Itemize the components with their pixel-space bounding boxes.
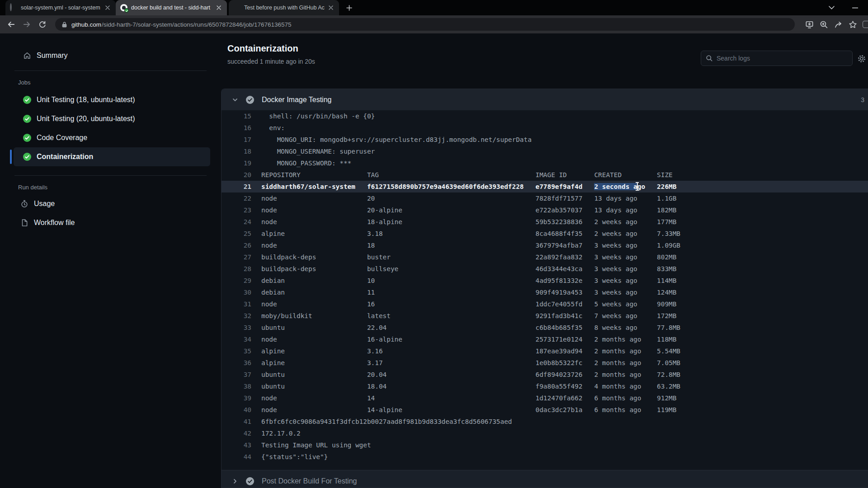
browser-tab-3[interactable]: Test before push with GitHub Ac — [229, 0, 339, 15]
log-line[interactable]: 21siddharth67/solar-system f6127158d890b… — [222, 181, 868, 192]
page-title: Containerization — [227, 43, 298, 54]
log-line[interactable]: 37ubuntu 20.04 6df894023726 2 months ago… — [222, 369, 868, 380]
close-tab-icon[interactable] — [215, 4, 222, 11]
log-line-number[interactable]: 22 — [231, 192, 251, 204]
log-line[interactable]: 35alpine 3.16 187eae39ad94 2 months ago … — [222, 345, 868, 357]
chevron-right-icon — [232, 478, 238, 484]
log-line-text: alpine 3.17 1e0b8b5322fc 2 months ago 7.… — [261, 359, 680, 366]
close-tab-icon[interactable] — [104, 4, 111, 11]
search-logs-box[interactable] — [701, 51, 853, 66]
log-line[interactable]: 30debian 11 909f4919a453 3 weeks ago 124… — [222, 286, 868, 298]
log-line[interactable]: 27buildpack-deps buster 22a892faa832 3 w… — [222, 251, 868, 263]
log-line-number[interactable]: 15 — [231, 110, 251, 122]
search-logs-input[interactable] — [717, 55, 848, 62]
log-line[interactable]: 38ubuntu 18.04 f9a80a55f492 4 months ago… — [222, 380, 868, 392]
log-line[interactable]: 17 MONGO_URI: mongodb+srv://supercluster… — [222, 134, 868, 145]
browser-tab-2-active[interactable]: docker build and test - sidd-hart — [116, 0, 227, 15]
log-line-number[interactable]: 16 — [231, 122, 251, 134]
log-line-number[interactable]: 44 — [231, 451, 251, 463]
log-line-number[interactable]: 38 — [231, 380, 251, 392]
log-line[interactable]: 20REPOSITORY TAG IMAGE ID CREATED SIZE — [222, 169, 868, 181]
log-line[interactable]: 25alpine 3.18 8ca4688f4f35 2 weeks ago 7… — [222, 228, 868, 239]
log-line-number[interactable]: 21 — [231, 181, 251, 192]
log-line-number[interactable]: 19 — [231, 157, 251, 169]
text-cursor-ibeam — [637, 183, 638, 190]
log-line[interactable]: 16 env: — [222, 122, 868, 134]
log-line-number[interactable]: 18 — [231, 145, 251, 157]
log-line[interactable]: 23node 20-alpine e722ab357037 13 days ag… — [222, 204, 868, 216]
log-line[interactable]: 15 shell: /usr/bin/bash -e {0} — [222, 110, 868, 122]
log-line[interactable]: 44{"status":"live"} — [222, 451, 868, 463]
sidebar-job-containerization[interactable]: Containerization — [14, 147, 210, 166]
log-line[interactable]: 22node 20 7828fdf71577 13 days ago 1.1GB — [222, 192, 868, 204]
log-line-number[interactable]: 26 — [231, 239, 251, 251]
reload-icon[interactable] — [35, 18, 49, 31]
log-line[interactable]: 32moby/buildkit latest 9291fad3b41c 7 we… — [222, 310, 868, 322]
url-host: github.com — [71, 21, 101, 28]
log-line[interactable]: 31node 16 1ddc7e4055fd 5 weeks ago 909MB — [222, 298, 868, 310]
tab-search-chevron-icon[interactable] — [826, 2, 837, 14]
window-minimize-button[interactable] — [849, 2, 861, 14]
sidebar-job-unit-testing-20[interactable]: Unit Testing (20, ubuntu-latest) — [14, 109, 210, 128]
log-line[interactable]: 43Testing Image URL using wget — [222, 439, 868, 451]
log-line-number[interactable]: 33 — [231, 322, 251, 333]
log-line[interactable]: 42172.17.0.2 — [222, 427, 868, 439]
log-line-text: ubuntu 18.04 f9a80a55f492 4 months ago 6… — [261, 383, 680, 390]
log-line-text: debian 11 909f4919a453 3 weeks ago 124MB — [261, 289, 676, 296]
log-line-number[interactable]: 31 — [231, 298, 251, 310]
log-line-number[interactable]: 40 — [231, 404, 251, 416]
log-line-number[interactable]: 17 — [231, 134, 251, 145]
sidebar-job-unit-testing-18[interactable]: Unit Testing (18, ubuntu-latest) — [14, 90, 210, 109]
log-line[interactable]: 19 MONGO_PASSWORD: *** — [222, 157, 868, 169]
sidebar-job-code-coverage[interactable]: Code Coverage — [14, 128, 210, 147]
log-line-number[interactable]: 39 — [231, 392, 251, 404]
step-header-post-docker-build[interactable]: Post Docker Build For Testing — [222, 470, 868, 488]
log-line[interactable]: 28buildpack-deps bullseye 46d3344e43ca 3… — [222, 263, 868, 275]
log-line-number[interactable]: 42 — [231, 427, 251, 439]
share-icon[interactable] — [832, 18, 844, 31]
log-line[interactable]: 18 MONGO_USERNAME: superuser — [222, 145, 868, 157]
close-tab-icon[interactable] — [327, 4, 335, 11]
log-line-number[interactable]: 29 — [231, 275, 251, 286]
log-line[interactable]: 24node 18-alpine 59b532238836 2 weeks ag… — [222, 216, 868, 228]
step-header-docker-image-testing[interactable]: Docker Image Testing 3 — [222, 89, 868, 110]
log-line-number[interactable]: 23 — [231, 204, 251, 216]
log-line[interactable]: 416fbfc6fc0c9086a9431f3dfcb12b0027aad8f9… — [222, 416, 868, 427]
browser-tab-1[interactable]: solar-system.yml - solar-system — [5, 0, 116, 15]
log-line-text: env: — [261, 124, 285, 131]
log-line[interactable]: 33ubuntu 22.04 c6b84b685f35 8 weeks ago … — [222, 322, 868, 333]
profile-icon[interactable] — [863, 21, 868, 28]
log-line-number[interactable]: 30 — [231, 286, 251, 298]
url-bar[interactable]: github.com /sidd-harth-7/solar-system/ac… — [55, 18, 795, 31]
log-line-number[interactable]: 35 — [231, 345, 251, 357]
log-line-number[interactable]: 37 — [231, 369, 251, 380]
log-line[interactable]: 29debian 10 4ad95f81332e 3 weeks ago 114… — [222, 275, 868, 286]
log-line-text: {"status":"live"} — [261, 453, 328, 460]
bookmark-star-icon[interactable] — [846, 18, 859, 31]
log-line-number[interactable]: 36 — [231, 357, 251, 369]
log-line-number[interactable]: 24 — [231, 216, 251, 228]
log-settings-gear-icon[interactable] — [856, 53, 867, 64]
log-line-number[interactable]: 41 — [231, 416, 251, 427]
log-line-number[interactable]: 25 — [231, 228, 251, 239]
collapsed-step-title: Post Docker Build For Testing — [262, 477, 357, 485]
sidebar-item-usage[interactable]: Usage — [20, 194, 221, 213]
log-line[interactable]: 39node 14 1d12470fa662 6 months ago 912M… — [222, 392, 868, 404]
log-line-number[interactable]: 28 — [231, 263, 251, 275]
log-line-number[interactable]: 32 — [231, 310, 251, 322]
log-line[interactable]: 34node 16-alpine 2573171e0124 2 months a… — [222, 333, 868, 345]
log-line-number[interactable]: 34 — [231, 333, 251, 345]
sidebar-item-workflow-file[interactable]: Workflow file — [20, 213, 221, 232]
log-line[interactable]: 40node 14-alpine 0dac3dc27b1a 6 months a… — [222, 404, 868, 416]
log-line-number[interactable]: 27 — [231, 251, 251, 263]
new-tab-button[interactable] — [343, 1, 355, 14]
log-line-number[interactable]: 43 — [231, 439, 251, 451]
log-line-number[interactable]: 20 — [231, 169, 251, 181]
zoom-in-icon[interactable] — [817, 18, 830, 31]
log-line[interactable]: 26node 18 3679794afba7 3 weeks ago 1.09G… — [222, 239, 868, 251]
install-app-icon[interactable] — [803, 18, 816, 31]
forward-icon[interactable] — [20, 18, 33, 31]
log-line[interactable]: 36alpine 3.17 1e0b8b5322fc 2 months ago … — [222, 357, 868, 369]
sidebar-item-summary[interactable]: Summary — [23, 50, 221, 61]
back-icon[interactable] — [5, 18, 18, 31]
